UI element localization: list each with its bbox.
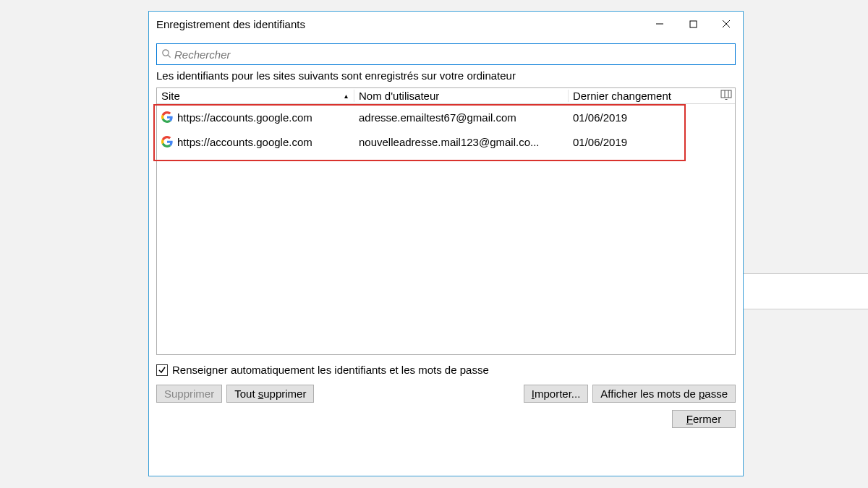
logins-table: Site ▴ Nom d'utilisateur Dernier changem… (156, 87, 736, 355)
column-header-site[interactable]: Site ▴ (157, 90, 354, 102)
close-dialog-button[interactable]: Fermer (672, 410, 736, 428)
delete-button: Supprimer (156, 385, 222, 403)
site-cell: https://accounts.google.com (177, 136, 312, 148)
table-row[interactable]: https://accounts.google.com adresse.emai… (157, 104, 735, 129)
autofill-checkbox-label: Renseigner automatiquement les identifia… (172, 364, 489, 376)
search-input[interactable] (174, 48, 731, 61)
svg-marker-9 (725, 99, 728, 100)
table-row[interactable]: https://accounts.google.com nouvelleadre… (157, 129, 735, 153)
maximize-button[interactable] (676, 12, 710, 35)
google-favicon-icon (161, 111, 173, 123)
autofill-checkbox-row[interactable]: Renseigner automatiquement les identifia… (156, 364, 736, 376)
svg-point-4 (163, 50, 169, 56)
table-header: Site ▴ Nom d'utilisateur Dernier changem… (157, 88, 735, 104)
autofill-checkbox[interactable] (156, 364, 168, 376)
column-header-user[interactable]: Nom d'utilisateur (354, 90, 569, 102)
site-cell: https://accounts.google.com (177, 111, 312, 124)
date-cell: 01/06/2019 (569, 111, 735, 124)
close-button[interactable] (710, 12, 743, 35)
user-cell: nouvelleadresse.mail123@gmail.co... (354, 136, 569, 148)
user-cell: adresse.emailtest67@gmail.com (354, 111, 569, 124)
search-field[interactable] (156, 43, 736, 65)
window-title: Enregistrement des identifiants (156, 18, 643, 30)
svg-line-5 (168, 55, 170, 57)
import-button[interactable]: Importer... (524, 385, 589, 403)
minimize-button[interactable] (643, 12, 676, 35)
search-icon (161, 48, 171, 61)
date-cell: 01/06/2019 (569, 136, 735, 148)
sort-indicator-icon: ▴ (344, 92, 348, 100)
saved-logins-dialog: Enregistrement des identifiants Les iden… (148, 11, 744, 476)
google-favicon-icon (161, 136, 173, 147)
delete-all-button[interactable]: Tout supprimer (226, 385, 314, 403)
column-header-date[interactable]: Dernier changement (569, 90, 735, 102)
svg-rect-6 (721, 90, 731, 98)
description-text: Les identifiants pour les sites suivants… (156, 69, 736, 82)
svg-rect-1 (690, 21, 697, 27)
column-picker-icon[interactable] (720, 90, 732, 101)
show-passwords-button[interactable]: Afficher les mots de passe (592, 385, 736, 403)
titlebar: Enregistrement des identifiants (149, 12, 743, 36)
